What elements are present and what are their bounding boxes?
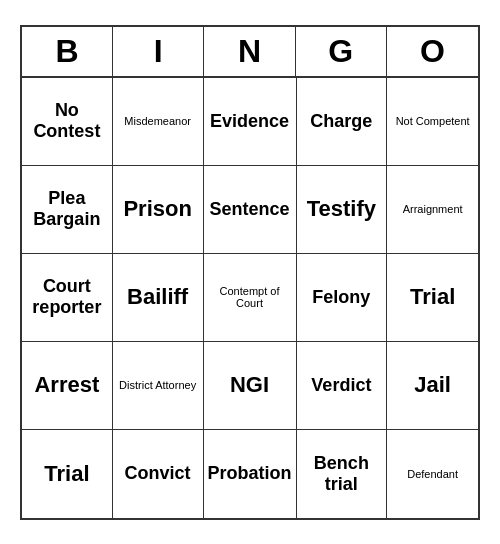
bingo-cell-18: Verdict [297,342,388,430]
bingo-cell-5: Plea Bargain [22,166,113,254]
bingo-cell-6: Prison [113,166,204,254]
bingo-cell-15: Arrest [22,342,113,430]
header-letter-O: O [387,27,478,76]
bingo-cell-4: Not Competent [387,78,478,166]
bingo-cell-19: Jail [387,342,478,430]
bingo-cell-17: NGI [204,342,297,430]
bingo-cell-20: Trial [22,430,113,518]
header-letter-I: I [113,27,204,76]
bingo-cell-8: Testify [297,166,388,254]
bingo-cell-11: Bailiff [113,254,204,342]
bingo-cell-12: Contempt of Court [204,254,297,342]
bingo-cell-22: Probation [204,430,297,518]
bingo-cell-2: Evidence [204,78,297,166]
bingo-header: BINGO [22,27,478,78]
bingo-cell-13: Felony [297,254,388,342]
bingo-cell-23: Bench trial [297,430,388,518]
bingo-cell-16: District Attorney [113,342,204,430]
bingo-grid: No ContestMisdemeanorEvidenceChargeNot C… [22,78,478,518]
header-letter-B: B [22,27,113,76]
bingo-cell-21: Convict [113,430,204,518]
bingo-cell-14: Trial [387,254,478,342]
bingo-cell-9: Arraignment [387,166,478,254]
bingo-cell-3: Charge [297,78,388,166]
bingo-cell-1: Misdemeanor [113,78,204,166]
bingo-card: BINGO No ContestMisdemeanorEvidenceCharg… [20,25,480,520]
bingo-cell-7: Sentence [204,166,297,254]
bingo-cell-24: Defendant [387,430,478,518]
bingo-cell-10: Court reporter [22,254,113,342]
bingo-cell-0: No Contest [22,78,113,166]
header-letter-N: N [204,27,295,76]
header-letter-G: G [296,27,387,76]
